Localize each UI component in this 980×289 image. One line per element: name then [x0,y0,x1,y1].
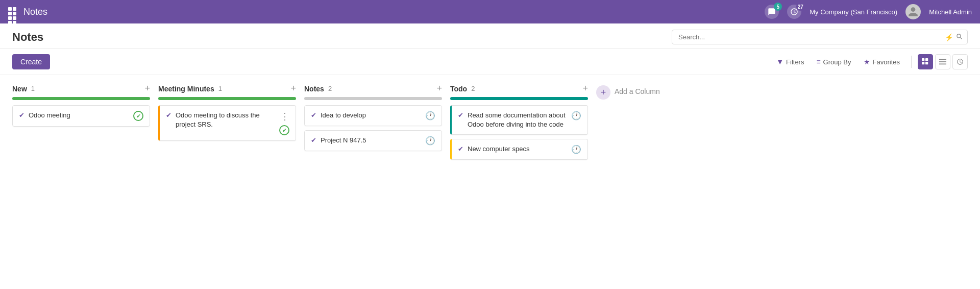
column-count-meeting-minutes: 1 [218,85,222,92]
card-status-circle[interactable]: ✔ [279,125,289,135]
card-left: ✔ New computer specs [458,144,571,154]
filter-icon: ▼ [776,58,783,66]
svg-rect-3 [925,62,928,64]
kanban-column-notes: Notes 2 + ✔ Idea to develop 🕐 ✔ Project … [304,83,442,155]
notifications-count: 5 [774,3,782,11]
main-content: Notes ⚡ Create ▼ Filters ≡ Group By [0,23,980,289]
subheader: Notes ⚡ [0,23,980,49]
kanban-view-button[interactable] [918,54,933,69]
toolbar-divider [911,56,912,68]
card-left: ✔ Odoo meeting to discuss the project SR… [166,111,279,129]
column-title-todo: Todo [450,85,467,93]
column-header-meeting-minutes: Meeting Minutes 1 + [158,83,296,94]
add-column[interactable]: + Add a Column [596,83,698,100]
list-view-button[interactable] [935,54,950,69]
card-title: Read some documentation about Odoo befor… [468,111,571,129]
search-input[interactable] [672,30,968,44]
svg-rect-5 [939,61,946,62]
column-title-new: New [12,85,27,93]
card-title: Odoo meeting [29,111,70,120]
svg-rect-6 [939,64,946,65]
kanban-column-meeting-minutes: Meeting Minutes 1 + ✔ Odoo meeting to di… [158,83,296,145]
card-check-icon: ✔ [311,136,316,144]
subheader-left: Notes [12,31,43,44]
group-by-button[interactable]: ≡ Group By [811,55,856,68]
column-title-meeting-minutes: Meeting Minutes [158,85,214,93]
card-check-icon: ✔ [458,111,463,119]
column-count-notes: 2 [328,85,332,92]
favorites-label: Favorites [873,58,900,66]
svg-rect-4 [939,59,946,60]
card-title: New computer specs [468,144,529,154]
star-icon: ★ [864,58,870,66]
app-grid-icon[interactable] [8,7,17,16]
topbar-right: 5 27 My Company (San Francisco) Mitchell… [765,4,972,19]
card-clock-icon[interactable]: 🕐 [425,136,435,146]
card-clock-icon[interactable]: 🕐 [571,111,581,121]
column-header-todo: Todo 2 + [450,83,588,94]
card-left: ✔ Odoo meeting [19,111,133,120]
card-left: ✔ Project N 947.5 [311,136,425,145]
column-bar-meeting-minutes [158,97,296,100]
kanban-column-new: New 1 + ✔ Odoo meeting ✔ [12,83,150,131]
card-more-icon[interactable]: ⋮ [280,111,289,122]
kanban-card[interactable]: ✔ Project N 947.5 🕐 [304,130,442,151]
create-button[interactable]: Create [12,54,50,69]
add-column-icon[interactable]: + [596,85,610,100]
group-by-icon: ≡ [816,58,820,66]
card-check-icon: ✔ [166,111,172,119]
activity-view-button[interactable] [952,54,968,69]
notifications-badge[interactable]: 5 [765,5,779,19]
kanban-card[interactable]: ✔ New computer specs 🕐 [450,139,588,160]
column-add-todo[interactable]: + [582,83,588,94]
app-title: Notes [23,7,47,17]
card-title: Odoo meeting to discuss the project SRS. [176,111,279,129]
kanban-card[interactable]: ✔ Odoo meeting ✔ [12,105,150,127]
column-bar-notes [304,97,442,100]
card-title: Project N 947.5 [321,136,366,145]
card-clock-icon[interactable]: 🕐 [571,144,581,154]
card-circle-check-icon: ✔ [282,127,287,134]
kanban-card[interactable]: ✔ Odoo meeting to discuss the project SR… [158,105,296,141]
user-name: Mitchell Admin [929,8,972,16]
company-name: My Company (San Francisco) [810,8,897,16]
column-add-meeting-minutes[interactable]: + [290,83,296,94]
svg-rect-0 [922,58,924,61]
card-check-icon: ✔ [311,111,316,119]
kanban-card[interactable]: ✔ Idea to develop 🕐 [304,105,442,126]
filters-label: Filters [786,58,804,66]
card-clock-icon[interactable]: 🕐 [425,111,435,121]
column-header-new: New 1 + [12,83,150,94]
card-check-icon: ✔ [458,145,463,153]
kanban-column-todo: Todo 2 + ✔ Read some documentation about… [450,83,588,164]
search-wrapper: ⚡ [672,30,968,44]
activity-badge[interactable]: 27 [787,5,801,19]
svg-rect-2 [922,62,924,64]
kanban-card[interactable]: ✔ Read some documentation about Odoo bef… [450,105,588,135]
subheader-right: ⚡ [672,30,968,44]
column-count-todo: 2 [471,85,475,92]
topbar: Notes 5 27 My Company (San Francisco) Mi… [0,0,980,23]
card-title: Idea to develop [321,111,366,120]
card-status-circle[interactable]: ✔ [133,111,143,121]
kanban-board: New 1 + ✔ Odoo meeting ✔ Meeti [0,75,980,172]
user-avatar[interactable] [905,4,921,19]
topbar-left: Notes [8,7,47,17]
filters-button[interactable]: ▼ Filters [771,55,809,68]
column-header-notes: Notes 2 + [304,83,442,94]
card-left: ✔ Idea to develop [311,111,425,120]
action-toolbar: Create ▼ Filters ≡ Group By ★ Favorites [0,49,980,75]
page-title: Notes [12,31,43,44]
column-add-notes[interactable]: + [436,83,442,94]
svg-rect-1 [925,58,928,61]
favorites-button[interactable]: ★ Favorites [859,55,905,68]
card-check-icon: ✔ [19,111,24,119]
column-add-new[interactable]: + [144,83,150,94]
card-circle-check-icon: ✔ [136,113,141,119]
column-bar-new [12,97,150,100]
activity-count: 27 [796,3,804,11]
group-by-label: Group By [823,58,851,66]
add-column-label[interactable]: Add a Column [615,85,660,95]
column-title-notes: Notes [304,85,324,93]
column-count-new: 1 [31,85,35,92]
